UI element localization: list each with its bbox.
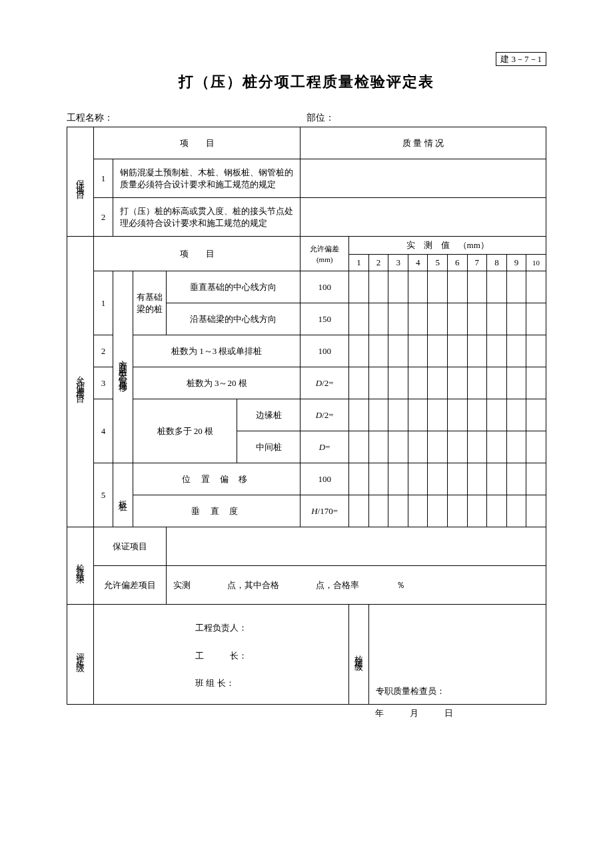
dev-row-4-no: 4	[94, 399, 113, 463]
cell[interactable]	[506, 335, 526, 367]
cell[interactable]	[487, 367, 507, 399]
cell[interactable]	[428, 303, 448, 335]
cell[interactable]	[408, 335, 428, 367]
cell[interactable]	[368, 271, 388, 303]
cell[interactable]	[388, 303, 408, 335]
guarantee-section-label: 保证项目	[67, 127, 94, 237]
cell[interactable]	[467, 431, 487, 463]
cell[interactable]	[388, 463, 408, 495]
cell[interactable]	[388, 271, 408, 303]
cell[interactable]	[408, 463, 428, 495]
cell[interactable]	[349, 335, 369, 367]
cell[interactable]	[368, 335, 388, 367]
cell[interactable]	[526, 495, 546, 527]
cell[interactable]	[526, 431, 546, 463]
cell[interactable]	[349, 303, 369, 335]
guarantee-row-2-no: 2	[94, 198, 113, 237]
cell[interactable]	[408, 367, 428, 399]
cell[interactable]	[506, 303, 526, 335]
cell[interactable]	[467, 367, 487, 399]
cell[interactable]	[487, 303, 507, 335]
cell[interactable]	[448, 431, 468, 463]
unit-label: 部位：	[306, 112, 546, 124]
cell[interactable]	[448, 463, 468, 495]
check-row1-value[interactable]	[166, 527, 546, 566]
num-8: 8	[487, 255, 507, 271]
cell[interactable]	[526, 367, 546, 399]
cell[interactable]	[428, 431, 448, 463]
cell[interactable]	[448, 495, 468, 527]
cell[interactable]	[506, 431, 526, 463]
check-row2-value[interactable]: 实测 点，其中合格 点，合格率 ％	[166, 566, 546, 605]
cell[interactable]	[487, 495, 507, 527]
cell[interactable]	[487, 271, 507, 303]
cell[interactable]	[467, 495, 487, 527]
cell[interactable]	[487, 335, 507, 367]
cell[interactable]	[526, 463, 546, 495]
cell[interactable]	[487, 399, 507, 431]
cell[interactable]	[388, 399, 408, 431]
cell[interactable]	[428, 495, 448, 527]
cell[interactable]	[506, 367, 526, 399]
cell[interactable]	[428, 335, 448, 367]
cell[interactable]	[448, 367, 468, 399]
cell[interactable]	[388, 431, 408, 463]
cell[interactable]	[448, 335, 468, 367]
dev-row-2-text: 桩数为 1～3 根或单排桩	[133, 335, 301, 367]
cell[interactable]	[467, 335, 487, 367]
cell[interactable]	[349, 431, 369, 463]
cell[interactable]	[487, 463, 507, 495]
cell[interactable]	[368, 399, 388, 431]
cell[interactable]	[349, 271, 369, 303]
inspector-cell[interactable]: 专职质量检查员：	[368, 605, 546, 705]
cell[interactable]	[349, 399, 369, 431]
cell[interactable]	[467, 399, 487, 431]
cell[interactable]	[467, 303, 487, 335]
cell[interactable]	[408, 495, 428, 527]
cell[interactable]	[388, 335, 408, 367]
guarantee-row-2-value[interactable]	[301, 198, 546, 237]
cell[interactable]	[408, 303, 428, 335]
cell[interactable]	[408, 431, 428, 463]
eval-sign-block[interactable]: 工程负责人： 工 长： 班 组 长：	[94, 605, 349, 705]
cell[interactable]	[448, 399, 468, 431]
date-row[interactable]: 年 月 日	[349, 705, 546, 723]
cell[interactable]	[368, 431, 388, 463]
cell[interactable]	[368, 495, 388, 527]
cell[interactable]	[408, 399, 428, 431]
cell[interactable]	[368, 463, 388, 495]
guarantee-row-1-value[interactable]	[301, 159, 546, 198]
cell[interactable]	[448, 271, 468, 303]
check-row1-label: 保证项目	[94, 527, 167, 566]
cell[interactable]	[349, 495, 369, 527]
dev-row-5-label: 板桩	[113, 463, 133, 527]
cell[interactable]	[428, 367, 448, 399]
cell[interactable]	[506, 399, 526, 431]
cell[interactable]	[487, 431, 507, 463]
cell[interactable]	[526, 335, 546, 367]
cell[interactable]	[349, 463, 369, 495]
cell[interactable]	[448, 303, 468, 335]
cell[interactable]	[467, 463, 487, 495]
num-2: 2	[368, 255, 388, 271]
check-section-label: 检查结果	[67, 527, 94, 605]
cell[interactable]	[506, 463, 526, 495]
cell[interactable]	[467, 271, 487, 303]
cell[interactable]	[368, 367, 388, 399]
cell[interactable]	[368, 303, 388, 335]
cell[interactable]	[526, 399, 546, 431]
dev-row-5a-tol: 100	[301, 463, 349, 495]
cell[interactable]	[428, 463, 448, 495]
cell[interactable]	[428, 271, 448, 303]
cell[interactable]	[506, 495, 526, 527]
cell[interactable]	[526, 303, 546, 335]
cell[interactable]	[349, 367, 369, 399]
cell[interactable]	[388, 495, 408, 527]
dev-group-label: 方管圆桩中心位置偏移	[113, 271, 133, 463]
doc-code-text: 建 3－7－1	[496, 52, 546, 66]
cell[interactable]	[526, 271, 546, 303]
cell[interactable]	[428, 399, 448, 431]
cell[interactable]	[408, 271, 428, 303]
cell[interactable]	[388, 367, 408, 399]
cell[interactable]	[506, 271, 526, 303]
